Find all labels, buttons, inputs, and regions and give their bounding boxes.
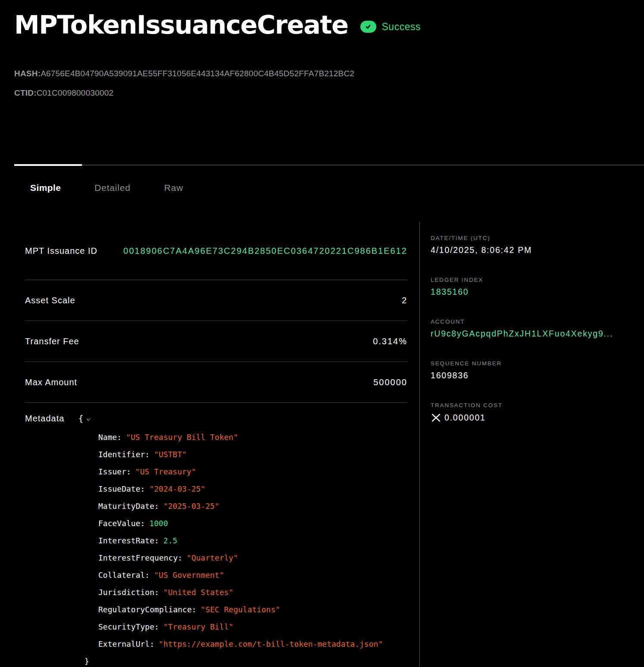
sidebar-entry-date-time-utc: DATE/TIME (UTC)4/10/2025, 8:06:42 PM (431, 235, 644, 255)
json-value: "US Government" (154, 570, 224, 580)
json-line: Jurisdiction:"United States" (98, 584, 407, 601)
json-value: "US Treasury" (135, 467, 196, 476)
json-line: IssueDate:"2024-03-25" (98, 480, 407, 498)
json-value: "2025-03-25" (163, 502, 219, 511)
json-value: "Quarterly" (187, 553, 238, 562)
sidebar-label: DATE/TIME (UTC) (431, 235, 644, 241)
field-row-asset-scale: Asset Scale2 (25, 280, 407, 321)
metadata-open-brace: { (78, 413, 83, 424)
json-key: MaturityDate: (98, 502, 159, 511)
json-value: "https://example.com/t-bill-token-metada… (159, 639, 383, 648)
chevron-down-icon[interactable] (85, 417, 91, 423)
json-key: Identifier: (98, 450, 150, 459)
sidebar: DATE/TIME (UTC)4/10/2025, 8:06:42 PMLEDG… (419, 222, 644, 667)
json-line: RegulatoryCompliance:"SEC Regulations" (98, 601, 407, 618)
header: MPTokenIssuanceCreate Success (14, 11, 421, 39)
tab-bar: SimpleDetailedRaw (30, 183, 183, 193)
page-title: MPTokenIssuanceCreate (14, 11, 348, 39)
hash-label: HASH: (14, 69, 41, 78)
content: MPT Issuance ID0018906C7A4A96E73C294B285… (0, 222, 644, 667)
field-row-mpt-issuance-id: MPT Issuance ID0018906C7A4A96E73C294B285… (25, 222, 407, 280)
xrp-icon (431, 412, 441, 423)
sidebar-value: 0.000001 (431, 412, 637, 423)
sidebar-label: ACCOUNT (431, 318, 644, 325)
json-key: Jurisdiction: (98, 588, 159, 597)
sidebar-entry-ledger-index: LEDGER INDEX1835160 (431, 277, 644, 297)
sidebar-value[interactable]: 1835160 (431, 287, 637, 297)
json-value: "Treasury Bill" (163, 622, 234, 631)
json-value: "USTBT" (154, 450, 187, 459)
json-value: "SEC Regulations" (201, 605, 280, 614)
tab-underline (0, 164, 644, 166)
ctid-value: C01C009800030002 (37, 88, 114, 97)
sidebar-label: LEDGER INDEX (431, 277, 644, 283)
sidebar-entry-sequence-number: SEQUENCE NUMBER1609836 (431, 360, 644, 380)
status-badge: Success (360, 21, 421, 33)
sidebar-label: TRANSACTION COST (431, 402, 644, 408)
json-key: RegulatoryCompliance: (98, 605, 197, 614)
field-label: MPT Issuance ID (25, 246, 97, 256)
sidebar-entry-account: ACCOUNTrU9c8yGAcpqdPhZxJH1LXFuo4Xekyg9..… (431, 318, 644, 339)
sidebar-entry-transaction-cost: TRANSACTION COST 0.000001 (431, 402, 644, 423)
field-label: Max Amount (25, 377, 77, 387)
json-key: Collateral: (98, 570, 150, 580)
tab-raw[interactable]: Raw (164, 183, 183, 193)
json-line: SecurityType:"Treasury Bill" (98, 618, 407, 636)
json-line: ExternalUrl:"https://example.com/t-bill-… (98, 636, 407, 653)
json-key: ExternalUrl: (98, 639, 154, 648)
json-line: FaceValue:1000 (98, 515, 407, 532)
json-line: Name:"US Treasury Bill Token" (98, 429, 407, 446)
field-row-transfer-fee: Transfer Fee0.314% (25, 321, 407, 362)
json-line: MaturityDate:"2025-03-25" (98, 498, 407, 515)
sidebar-value: 4/10/2025, 8:06:42 PM (431, 245, 637, 255)
sidebar-label: SEQUENCE NUMBER (431, 360, 644, 367)
field-value: 2 (402, 296, 407, 305)
json-value: "United States" (163, 588, 234, 597)
field-value[interactable]: 0018906C7A4A96E73C294B2850EC0364720221C9… (123, 246, 407, 256)
success-check-icon (360, 21, 376, 33)
json-line: Collateral:"US Government" (98, 567, 407, 584)
json-line: InterestRate:2.5 (98, 532, 407, 549)
json-key: InterestRate: (98, 536, 159, 545)
ctid-label: CTID: (14, 88, 37, 97)
json-value: "2024-03-25" (149, 484, 205, 493)
json-key: IssueDate: (98, 484, 145, 493)
json-key: FaceValue: (98, 519, 145, 528)
hash-row: HASH:A6756E4B04790A539091AE55FF31056E443… (14, 69, 354, 78)
sidebar-value: 1609836 (431, 371, 637, 380)
metadata-row: Metadata { Name:"US Treasury Bill Token"… (25, 403, 407, 667)
tab-detailed[interactable]: Detailed (94, 183, 130, 193)
field-value: 0.314% (373, 337, 407, 346)
json-line: Issuer:"US Treasury" (98, 463, 407, 480)
field-value: 500000 (373, 377, 407, 387)
json-key: Name: (98, 433, 122, 442)
field-row-max-amount: Max Amount500000 (25, 362, 407, 403)
fields: MPT Issuance ID0018906C7A4A96E73C294B285… (25, 222, 407, 667)
status-text: Success (382, 21, 421, 33)
json-line: Identifier:"USTBT" (98, 446, 407, 463)
tab-simple[interactable]: Simple (30, 183, 61, 193)
metadata-json: Name:"US Treasury Bill Token"Identifier:… (98, 429, 407, 653)
sidebar-value[interactable]: rU9c8yGAcpqdPhZxJH1LXFuo4Xekyg9... (431, 329, 637, 339)
json-key: Issuer: (98, 467, 131, 476)
field-label: Asset Scale (25, 296, 75, 305)
json-value: "US Treasury Bill Token" (126, 433, 238, 442)
metadata-close-brace: } (84, 653, 407, 667)
json-value: 2.5 (163, 536, 178, 545)
field-label: Transfer Fee (25, 337, 79, 346)
json-line: InterestFrequency:"Quarterly" (98, 549, 407, 567)
metadata-label: Metadata (25, 414, 64, 424)
json-value: 1000 (149, 519, 168, 528)
ctid-row: CTID:C01C009800030002 (14, 88, 113, 98)
json-key: SecurityType: (98, 622, 159, 631)
json-key: InterestFrequency: (98, 553, 182, 562)
hash-value: A6756E4B04790A539091AE55FF31056E443134AF… (41, 69, 354, 78)
